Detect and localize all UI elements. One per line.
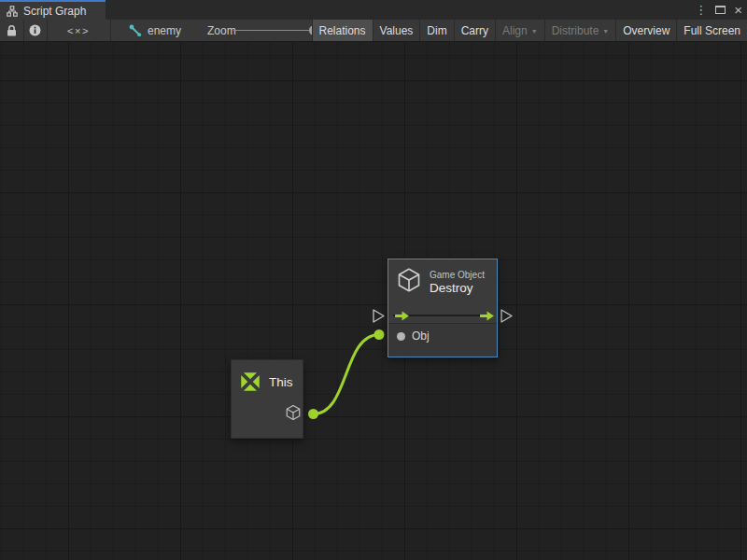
button-label: Carry bbox=[461, 24, 488, 37]
maximize-icon[interactable] bbox=[715, 6, 726, 14]
game-object-icon bbox=[396, 267, 422, 293]
full-screen-button[interactable]: Full Screen bbox=[676, 20, 747, 41]
toolbar-buttons: Relations Values Dim Carry Align ▼ Distr… bbox=[312, 20, 747, 41]
info-button[interactable] bbox=[23, 20, 47, 41]
tab-title: Script Graph bbox=[23, 5, 86, 18]
flow-input-arrow-icon[interactable] bbox=[394, 310, 410, 322]
window-menu-icon[interactable]: ⋮ bbox=[695, 4, 707, 16]
window-titlebar: Script Graph ⋮ × bbox=[0, 0, 747, 20]
this-icon bbox=[238, 370, 262, 394]
button-label: Dim bbox=[427, 24, 446, 37]
node-ports-area bbox=[388, 324, 497, 357]
carry-button[interactable]: Carry bbox=[454, 20, 495, 41]
graph-tab-icon bbox=[7, 6, 18, 17]
obj-input-port[interactable] bbox=[397, 332, 405, 341]
connection-this-to-destroy[interactable] bbox=[308, 329, 385, 419]
align-dropdown[interactable]: Align ▼ bbox=[495, 20, 544, 41]
lock-button[interactable] bbox=[0, 20, 23, 41]
node-destroy[interactable]: Game Object Destroy Obj bbox=[388, 259, 498, 357]
connection-end-dot[interactable] bbox=[374, 329, 385, 340]
flow-output-arrow-icon[interactable] bbox=[479, 310, 495, 322]
relations-button[interactable]: Relations bbox=[312, 20, 373, 41]
control-output-port[interactable] bbox=[501, 310, 512, 322]
graph-toolbar: <×> enemy Zoom 1x Relations Values Dim C… bbox=[0, 20, 747, 42]
button-label: Values bbox=[380, 24, 414, 37]
toolbar-separator bbox=[110, 20, 111, 41]
zoom-label: Zoom bbox=[207, 20, 236, 41]
node-title: This bbox=[269, 375, 293, 389]
button-label: Distribute bbox=[552, 24, 599, 37]
button-label: Full Screen bbox=[684, 24, 740, 37]
control-input-port[interactable] bbox=[374, 310, 384, 322]
button-label: Overview bbox=[623, 24, 669, 37]
preview-connections-button[interactable]: <×> bbox=[47, 20, 110, 41]
distribute-dropdown[interactable]: Distribute ▼ bbox=[544, 20, 616, 41]
code-icon: <×> bbox=[67, 25, 90, 36]
node-separator bbox=[388, 323, 497, 324]
values-button[interactable]: Values bbox=[373, 20, 420, 41]
dim-button[interactable]: Dim bbox=[419, 20, 453, 41]
graph-name: enemy bbox=[148, 24, 181, 37]
chevron-down-icon: ▼ bbox=[602, 28, 609, 35]
graph-canvas[interactable]: Game Object Destroy Obj This bbox=[0, 42, 747, 560]
info-icon bbox=[29, 24, 41, 36]
connections-overlay bbox=[0, 42, 747, 560]
graph-asset-icon bbox=[129, 24, 142, 37]
game-object-output-port[interactable] bbox=[285, 404, 302, 421]
chevron-down-icon: ▼ bbox=[531, 28, 538, 35]
button-label: Align bbox=[502, 24, 528, 37]
graph-breadcrumb[interactable]: enemy bbox=[129, 20, 181, 41]
lock-icon bbox=[6, 24, 18, 37]
overview-button[interactable]: Overview bbox=[615, 20, 676, 41]
connection-start-dot[interactable] bbox=[308, 409, 318, 419]
node-title: Destroy bbox=[430, 281, 473, 295]
node-this[interactable]: This bbox=[231, 359, 303, 439]
zoom-slider-track[interactable] bbox=[233, 30, 320, 31]
obj-input-label: Obj bbox=[412, 329, 430, 343]
tab-script-graph[interactable]: Script Graph bbox=[0, 0, 106, 20]
node-category: Game Object bbox=[430, 270, 485, 280]
button-label: Relations bbox=[319, 24, 366, 37]
close-icon[interactable]: × bbox=[734, 3, 742, 17]
